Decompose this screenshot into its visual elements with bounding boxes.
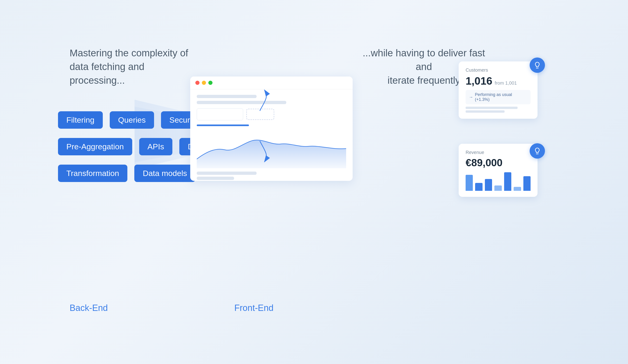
arrow-top <box>246 88 274 116</box>
revenue-value: €89,000 <box>466 157 531 169</box>
tag-filtering[interactable]: Filtering <box>58 111 103 129</box>
bar-chart <box>466 172 531 191</box>
tag-queries[interactable]: Queries <box>110 111 154 129</box>
tag-transformation[interactable]: Transformation <box>58 165 127 182</box>
bar-item <box>466 175 473 191</box>
browser-titlebar <box>190 76 353 89</box>
bar-item <box>485 179 492 191</box>
bar-item <box>523 176 531 191</box>
browser-input-field[interactable]: 119 <box>197 108 243 120</box>
frontend-label: Front-End <box>234 303 274 313</box>
bar-item <box>475 183 482 191</box>
customers-label: Customers <box>466 67 531 73</box>
dot-green <box>208 81 213 85</box>
bar-item <box>514 187 521 191</box>
bulb-icon-top <box>530 58 545 73</box>
customers-footer-line-2 <box>466 110 505 113</box>
customers-card: Customers 1,016 from 1,001 → Performing … <box>459 61 538 119</box>
bar-item <box>504 172 511 191</box>
customers-number: 1,016 <box>466 75 492 87</box>
customers-sub: from 1,001 <box>495 80 517 86</box>
browser-bottom-line-2 <box>197 177 234 180</box>
browser-line-blue <box>197 124 249 126</box>
customers-status-text: Performing as usual (+1.3%) <box>475 92 527 102</box>
browser-bottom-line-1 <box>197 172 257 175</box>
customers-value: 1,016 from 1,001 <box>466 75 531 87</box>
tag-apis[interactable]: APIs <box>139 138 173 155</box>
revenue-label: Revenue <box>466 150 531 155</box>
backend-label: Back-End <box>70 303 108 313</box>
revenue-card: Revenue €89,000 <box>459 144 538 197</box>
customers-footer-line-1 <box>466 107 518 109</box>
left-heading-text: Mastering the complexity of data fetchin… <box>70 48 188 86</box>
dot-yellow <box>202 81 206 85</box>
browser-bottom-lines <box>197 172 346 180</box>
customers-status: → Performing as usual (+1.3%) <box>466 90 531 104</box>
tag-data-models[interactable]: Data models <box>134 165 195 182</box>
bulb-icon-bottom <box>530 143 545 159</box>
left-heading: Mastering the complexity of data fetchin… <box>70 46 200 87</box>
dot-red <box>195 81 200 85</box>
arrow-bottom <box>246 139 274 167</box>
page-container: Mastering the complexity of data fetchin… <box>0 0 628 364</box>
tag-pre-aggregation[interactable]: Pre-Aggregation <box>58 138 132 155</box>
bar-item <box>494 185 502 191</box>
arrow-right-icon: → <box>469 95 473 100</box>
